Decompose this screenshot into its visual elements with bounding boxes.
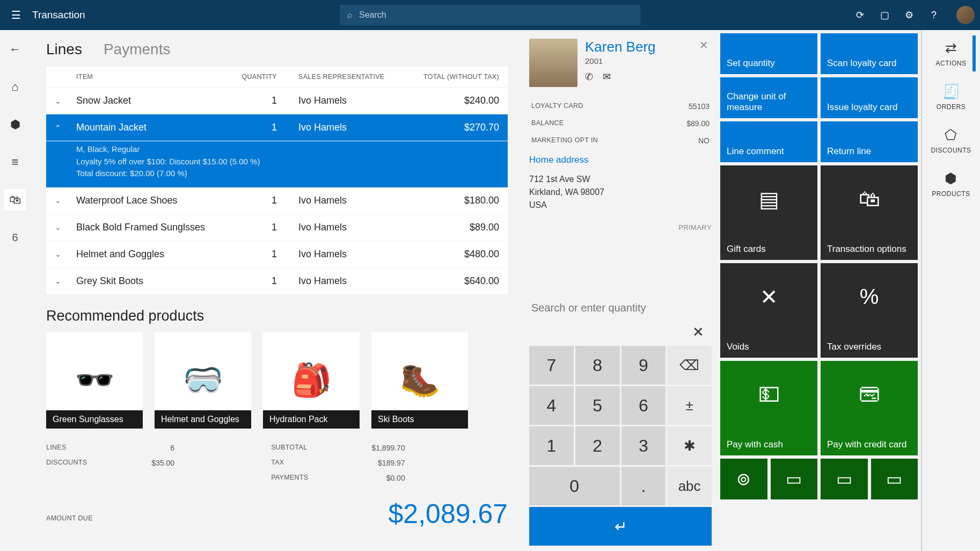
keypad-clear-button[interactable]: ✕ — [529, 318, 712, 346]
bag-icon: 🛍︎ — [859, 187, 880, 211]
tile-set-quantity[interactable]: Set quantity — [720, 33, 817, 74]
key-1[interactable]: 1 — [529, 426, 574, 465]
refresh-icon[interactable]: ⟳ — [852, 8, 867, 23]
customer-name-link[interactable]: Karen Berg — [585, 39, 656, 55]
chevron-down-icon: ⌄ — [55, 250, 76, 258]
tile-pay-cash[interactable]: 💵︎ Pay with cash — [720, 361, 817, 455]
search-placeholder: Search — [359, 10, 386, 20]
table-row-selected[interactable]: ⌃ Mountain Jacket 1 Ivo Hamels $270.70 — [46, 114, 508, 141]
customer-header: Karen Berg 2001 ✆ ✉ ✕ — [529, 39, 712, 87]
table-row[interactable]: ⌄ Helmet and Goggles 1 Ivo Hamels $480.0… — [46, 241, 508, 268]
tile-card2-icon[interactable]: ▭ — [771, 459, 818, 499]
key-abc[interactable]: abc — [667, 467, 712, 505]
tab-lines[interactable]: Lines — [46, 41, 82, 58]
tile-pay-card[interactable]: 💳︎ Pay with credit card — [821, 361, 918, 455]
table-row[interactable]: ⌄ Waterproof Lace Shoes 1 Ivo Hamels $18… — [46, 187, 508, 214]
table-row[interactable]: ⌄ Grey Skit Boots 1 Ivo Hamels $640.00 — [46, 268, 508, 295]
back-button[interactable]: ← — [4, 39, 26, 60]
topbar-right: ⟳ ▢ ⚙ ? — [852, 6, 975, 24]
home-address-link[interactable]: Home address — [529, 155, 712, 165]
key-dot[interactable]: . — [621, 467, 666, 505]
row-details: M, Black, Regular Loyalty 5% off over $1… — [46, 141, 508, 187]
key-2[interactable]: 2 — [575, 426, 620, 465]
key-7[interactable]: 7 — [529, 346, 574, 385]
void-icon: ✕ — [760, 285, 778, 309]
chevron-up-icon: ⌃ — [55, 124, 76, 132]
chevron-down-icon: ⌄ — [55, 97, 76, 105]
product-image: 🥾 — [400, 361, 440, 399]
orders-icon: 🧾 — [942, 83, 960, 100]
tabs: Lines Payments — [46, 41, 508, 58]
menu-button[interactable]: ☰ — [5, 4, 27, 26]
key-3[interactable]: 3 — [621, 426, 666, 465]
actions-icon: ⇄ — [945, 40, 957, 56]
actions-column: Set quantity Scan loyalty card Change un… — [717, 30, 921, 551]
keypad: 7 8 9 ⌫ 4 5 6 ± 1 2 3 ✱ 0 . abc ↵ — [529, 346, 712, 546]
key-4[interactable]: 4 — [529, 386, 574, 425]
home-icon[interactable]: ⌂ — [4, 76, 26, 98]
primary-label: PRIMARY — [529, 223, 712, 231]
user-avatar[interactable] — [956, 6, 975, 24]
reco-card[interactable]: 🎒 Hydration Pack — [263, 332, 360, 429]
key-6[interactable]: 6 — [621, 386, 666, 425]
mail-icon[interactable]: ✉ — [603, 71, 611, 83]
key-plusminus[interactable]: ± — [667, 386, 712, 425]
rail-products[interactable]: ⬢ PRODUCTS — [932, 170, 970, 198]
chevron-down-icon: ⌄ — [55, 223, 76, 231]
tile-currency-icon[interactable]: ⊚ — [720, 459, 767, 499]
tile-giftcard2-icon[interactable]: ▭ — [821, 459, 868, 499]
giftcard-icon: ▤ — [759, 187, 779, 212]
messages-icon[interactable]: ▢ — [877, 8, 892, 23]
global-search[interactable]: ⌕ Search — [340, 5, 640, 25]
customer-column: Karen Berg 2001 ✆ ✉ ✕ LOYALTY CARD55103 … — [524, 30, 717, 551]
lines-column: Lines Payments ITEM QUANTITY SALES REPRE… — [30, 30, 524, 551]
tile-line-comment[interactable]: Line comment — [720, 121, 817, 162]
rail-discounts[interactable]: ⬠ DISCOUNTS — [931, 127, 971, 154]
key-backspace[interactable]: ⌫ — [667, 346, 712, 385]
phone-icon[interactable]: ✆ — [585, 71, 593, 83]
key-9[interactable]: 9 — [621, 346, 666, 385]
tile-tax-overrides[interactable]: % Tax overrides — [821, 263, 918, 358]
table-row[interactable]: ⌄ Snow Jacket 1 Ivo Hamels $240.00 — [46, 88, 508, 114]
key-5[interactable]: 5 — [575, 386, 620, 425]
recommended-row: 🕶️ Green Sunglasses 🥽 Helmet and Goggles… — [46, 332, 508, 429]
tile-gift-cards[interactable]: ▤ Gift cards — [720, 165, 817, 260]
tile-scan-loyalty[interactable]: Scan loyalty card — [821, 33, 918, 74]
tile-change-unit[interactable]: Change unit of measure — [720, 77, 817, 118]
help-icon[interactable]: ? — [926, 8, 941, 23]
totals: LINES6 DISCOUNTS$35.00 SUBTOTAL$1,899.70… — [46, 444, 508, 482]
table-row[interactable]: ⌄ Black Bold Framed Sunglsses 1 Ivo Hame… — [46, 214, 508, 241]
key-0[interactable]: 0 — [529, 467, 620, 505]
key-enter[interactable]: ↵ — [529, 507, 712, 546]
reco-card[interactable]: 🥾 Ski Boots — [371, 332, 468, 429]
settings-icon[interactable]: ⚙ — [902, 8, 917, 23]
key-8[interactable]: 8 — [575, 346, 620, 385]
products-icon: ⬢ — [945, 170, 957, 187]
bag-icon[interactable]: 🛍︎ — [4, 189, 26, 211]
search-quantity-input[interactable] — [529, 294, 712, 318]
reco-card[interactable]: 🥽 Helmet and Goggles — [155, 332, 251, 429]
tile-voids[interactable]: ✕ Voids — [720, 263, 817, 358]
tile-return-line[interactable]: Return line — [821, 121, 918, 162]
line-items-table: ITEM QUANTITY SALES REPRESENTATIVE TOTAL… — [46, 67, 508, 295]
key-star[interactable]: ✱ — [667, 426, 712, 465]
tile-id-icon[interactable]: ▭ — [871, 459, 918, 499]
customer-photo — [529, 39, 577, 87]
keypad-section: ✕ 7 8 9 ⌫ 4 5 6 ± 1 2 3 ✱ 0 . abc ↵ — [529, 294, 712, 546]
search-icon: ⌕ — [347, 10, 353, 20]
chevron-down-icon: ⌄ — [55, 196, 76, 205]
tile-transaction-options[interactable]: 🛍︎ Transaction options — [821, 165, 918, 260]
reco-card[interactable]: 🕶️ Green Sunglasses — [46, 332, 143, 429]
left-rail: ← ⌂ ⬢ ≡ 🛍︎ 6 — [0, 30, 30, 551]
right-rail: ⇄ ACTIONS 🧾 ORDERS ⬠ DISCOUNTS ⬢ PRODUCT… — [921, 30, 980, 551]
close-customer-button[interactable]: ✕ — [699, 39, 708, 52]
rail-orders[interactable]: 🧾 ORDERS — [937, 83, 966, 111]
chevron-down-icon: ⌄ — [55, 277, 76, 285]
product-image: 🕶️ — [75, 361, 115, 399]
tile-issue-loyalty[interactable]: Issue loyalty card — [821, 77, 918, 118]
tab-payments[interactable]: Payments — [104, 41, 171, 58]
rail-actions[interactable]: ⇄ ACTIONS — [936, 40, 967, 67]
inventory-icon[interactable]: ⬢ — [4, 114, 26, 135]
list-icon[interactable]: ≡ — [4, 151, 26, 173]
card-icon: 💳︎ — [859, 382, 880, 407]
